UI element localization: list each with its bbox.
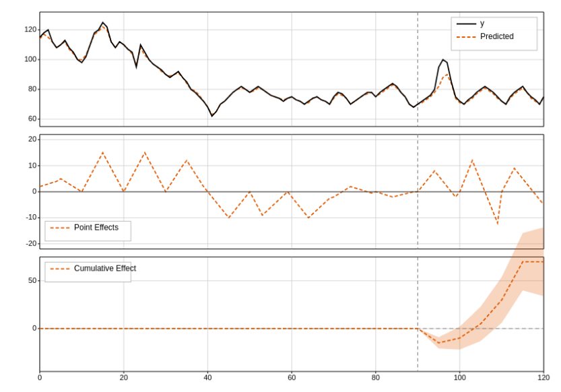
main-chart <box>5 5 556 390</box>
chart-container <box>0 0 561 392</box>
